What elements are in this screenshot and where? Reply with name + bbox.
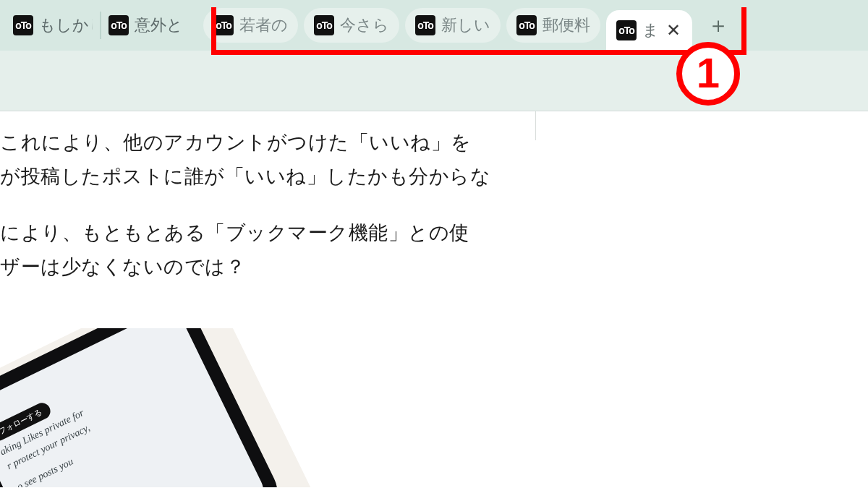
tab-label: 若者の <box>239 14 288 36</box>
site-icon: oTo <box>13 15 33 35</box>
article-line: により、もともとある「ブックマーク機能」との使 <box>0 222 469 244</box>
site-icon: oTo <box>616 20 637 40</box>
tab-group-2[interactable]: oTo 新しい <box>405 8 501 43</box>
browser-tabstrip: oTo もしかし oTo 意外と oTo 若者の oTo 今さら oTo 新しい… <box>0 0 868 51</box>
tab-label: 新しい <box>441 14 490 36</box>
phone-mock: フォローする aking Likes private for r protect… <box>0 328 318 487</box>
plus-icon: ＋ <box>707 11 729 40</box>
tab-group-1[interactable]: oTo 今さら <box>304 8 399 43</box>
tab-label: ま <box>642 20 659 41</box>
site-icon: oTo <box>516 15 537 35</box>
page-content: これにより、他のアカウントがつけた「いいね」を が投稿したポストに誰が「いいね」… <box>0 111 868 488</box>
article-body: これにより、他のアカウントがつけた「いいね」を が投稿したポストに誰が「いいね」… <box>0 126 535 306</box>
tab-label: 郵便料 <box>542 14 590 36</box>
tab-pinned-0[interactable]: oTo もしかし <box>6 11 100 40</box>
close-icon[interactable]: ✕ <box>665 22 682 39</box>
tab-label: 意外と <box>135 14 183 36</box>
tab-pinned-1[interactable]: oTo 意外と <box>101 11 190 40</box>
browser-toolbar <box>0 51 868 111</box>
site-icon: oTo <box>415 15 435 35</box>
site-icon: oTo <box>314 15 334 35</box>
article-line: これにより、他のアカウントがつけた「いいね」を <box>0 132 472 153</box>
tab-group-0[interactable]: oTo 若者の <box>203 8 298 43</box>
article-line: ザーは少なくないのでは？ <box>0 256 245 278</box>
site-icon: oTo <box>213 15 234 35</box>
article-line: が投稿したポストに誰が「いいね」したかも分からな <box>0 166 490 187</box>
new-tab-button[interactable]: ＋ <box>702 9 734 41</box>
tab-group-3[interactable]: oTo 郵便料 <box>506 8 600 43</box>
tab-label: 今さら <box>340 14 389 36</box>
tab-active[interactable]: oTo ま ✕ <box>606 10 692 51</box>
content-divider <box>535 111 536 140</box>
tab-label: もしかし <box>39 14 93 36</box>
article-image: フォローする aking Likes private for r protect… <box>0 328 318 487</box>
site-icon: oTo <box>109 15 129 35</box>
